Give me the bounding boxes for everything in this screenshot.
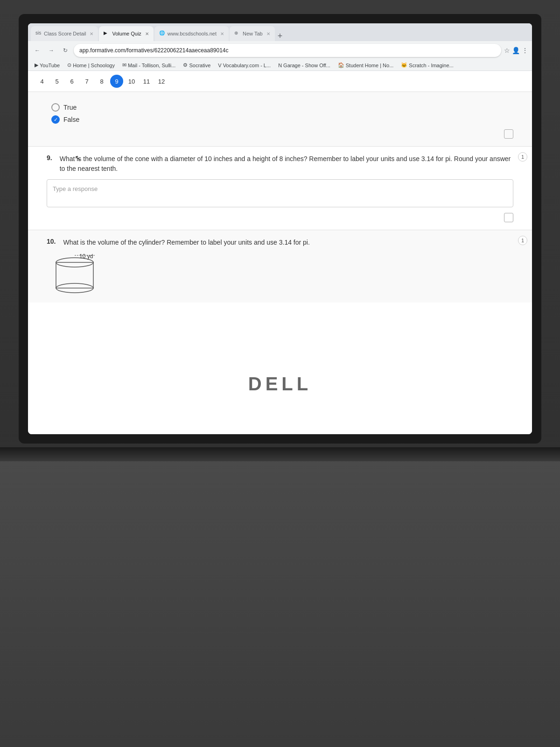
q9-number: 9. [47, 154, 52, 162]
bookmark-youtube[interactable]: ▶ YouTube [32, 61, 63, 69]
back-btn[interactable]: ← [32, 45, 43, 56]
option-true[interactable]: True [51, 103, 513, 112]
reload-btn[interactable]: ↻ [60, 45, 71, 56]
tab-title-3: www.bcsdschools.net [168, 31, 217, 36]
socrative-icon: ⚙ [183, 62, 188, 68]
bookmark-student-home[interactable]: 🏠 Student Home | No... [335, 61, 397, 69]
question-nav: 4 5 6 7 8 9 10 11 12 [28, 71, 532, 92]
q9-text: What is the volume of the cone with a di… [60, 154, 513, 174]
address-bar[interactable] [74, 44, 501, 57]
score-badge-q9: 1 [518, 152, 527, 162]
radio-true[interactable] [51, 103, 60, 112]
q-num-7[interactable]: 7 [80, 75, 93, 88]
option-false[interactable]: ✓ False [51, 115, 513, 124]
answer-options-q8: True ✓ False [47, 103, 513, 124]
option-false-label: False [63, 116, 79, 123]
tab-bcsd[interactable]: 🌐 www.bcsdschools.net ✕ [154, 26, 229, 41]
q-num-10[interactable]: 10 [125, 75, 138, 88]
bookmark-schoology[interactable]: ⊙ Home | Schoology [64, 61, 118, 69]
tab-close-4[interactable]: ✕ [266, 31, 270, 36]
bookmark-garage[interactable]: N Garage - Show Off... [275, 62, 333, 69]
q-num-4[interactable]: 4 [35, 75, 49, 88]
address-bar-icons: ☆ 👤 ⋮ [504, 47, 528, 54]
bookmark-socrative[interactable]: ⚙ Socrative [180, 61, 213, 69]
question-8-section: True ✓ False [28, 92, 532, 147]
q-num-6[interactable]: 6 [65, 75, 78, 88]
bookmark-mail[interactable]: ✉ Mail - Tollison, Sulli... [119, 61, 179, 69]
garage-icon: N [278, 63, 282, 68]
cylinder-svg [47, 253, 107, 295]
tab-volume-quiz[interactable]: ▶ Volume Quiz ✕ [99, 26, 153, 41]
svg-rect-0 [56, 262, 93, 288]
forward-btn[interactable]: → [46, 45, 57, 56]
tab-close-2[interactable]: ✕ [145, 31, 149, 36]
laptop-bottom: → ↺ ⬜ ▭▭ ☀ ☀ 🔇 [0, 461, 560, 747]
tab-favicon-3: 🌐 [159, 30, 166, 37]
diagram-label: 10 yd [79, 253, 93, 260]
q-num-8[interactable]: 8 [95, 75, 108, 88]
cylinder-diagram: 10 yd [47, 253, 107, 295]
tab-title-2: Volume Quiz [112, 31, 141, 36]
question-9-section: 1 ↖ 9. What is the volume of the cone wi… [28, 147, 532, 230]
score-badge-q10: 1 [518, 236, 527, 245]
check-false[interactable]: ✓ [51, 115, 60, 124]
dell-screen-logo: DELL [248, 374, 312, 395]
student-home-icon: 🏠 [338, 62, 344, 68]
tab-title-1: Class Score Detail [44, 31, 86, 36]
new-tab-btn[interactable]: + [278, 31, 283, 41]
q9-placeholder: Type a response [53, 185, 98, 192]
question-10-section: 1 10. What is the volume of the cylinder… [28, 230, 532, 303]
browser-window: sis Class Score Detail ✕ ▶ Volume Quiz ✕… [28, 23, 532, 434]
extension-icon[interactable]: ⋮ [522, 47, 528, 54]
youtube-icon: ▶ [35, 62, 38, 68]
comment-icon-q9[interactable] [504, 213, 513, 222]
tab-title-4: New Tab [243, 31, 263, 36]
vocabulary-icon: V [218, 63, 221, 68]
tab-close-3[interactable]: ✕ [220, 31, 224, 36]
cursor-arrow-q9: ↖ [75, 154, 81, 162]
q10-number: 10. [47, 238, 56, 245]
tab-bar: sis Class Score Detail ✕ ▶ Volume Quiz ✕… [28, 23, 532, 41]
q9-response-box[interactable]: Type a response [47, 179, 513, 207]
laptop-body: sis Class Score Detail ✕ ▶ Volume Quiz ✕… [0, 0, 560, 747]
mail-icon: ✉ [122, 62, 126, 68]
schoology-icon: ⊙ [67, 62, 71, 68]
tab-favicon-1: sis [35, 30, 42, 37]
laptop-hinge [0, 447, 560, 461]
tab-close-1[interactable]: ✕ [90, 31, 93, 36]
tab-favicon-4: ⊕ [234, 30, 241, 37]
q-num-11[interactable]: 11 [140, 75, 153, 88]
bookmark-scratch[interactable]: 🐱 Scratch - Imagine... [398, 61, 456, 69]
browser-chrome: sis Class Score Detail ✕ ▶ Volume Quiz ✕… [28, 23, 532, 71]
q-num-5[interactable]: 5 [50, 75, 63, 88]
bookmark-star-icon[interactable]: ☆ [504, 47, 510, 54]
q-num-12[interactable]: 12 [155, 75, 168, 88]
profile-icon[interactable]: 👤 [512, 47, 520, 54]
bookmarks-bar: ▶ YouTube ⊙ Home | Schoology ✉ Mail - To… [28, 60, 532, 71]
comment-icon-q8[interactable] [504, 129, 513, 139]
tab-class-score[interactable]: sis Class Score Detail ✕ [31, 26, 98, 41]
scratch-icon: 🐱 [401, 62, 407, 68]
address-bar-row: ← → ↻ ☆ 👤 ⋮ [28, 41, 532, 60]
option-true-label: True [63, 104, 77, 111]
q-num-9[interactable]: 9 [110, 75, 123, 88]
tab-new[interactable]: ⊕ New Tab ✕ [230, 26, 275, 41]
q10-text: What is the volume of the cylinder? Reme… [63, 238, 309, 247]
bookmark-vocabulary[interactable]: V Vocabulary.com - L... [215, 62, 273, 69]
tab-favicon-2: ▶ [104, 30, 110, 37]
